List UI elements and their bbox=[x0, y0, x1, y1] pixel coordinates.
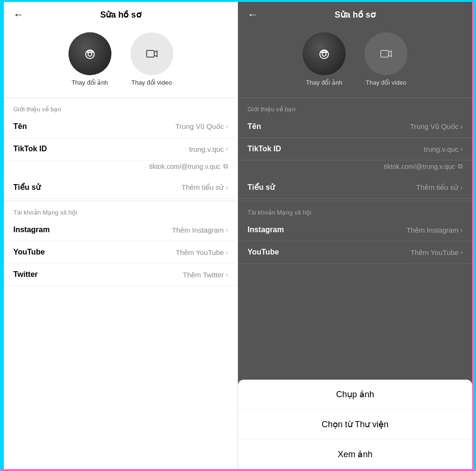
left-tiktok-url: tiktok.com/@trung.v.quc bbox=[149, 163, 220, 170]
left-twitter-label: Twitter bbox=[13, 270, 38, 279]
right-bio-value: Thêm tiểu sử › bbox=[416, 183, 463, 192]
left-bio-chevron: › bbox=[226, 184, 228, 191]
left-tiktokid-row[interactable]: TikTok ID trung.v.quc › bbox=[4, 138, 238, 160]
right-tiktokid-value: trung.v.quc › bbox=[424, 145, 463, 153]
svg-point-4 bbox=[322, 52, 326, 56]
left-change-video-label: Thay đổi video bbox=[131, 79, 172, 86]
left-intro-label: Giới thiệu về bạn bbox=[4, 100, 238, 116]
right-panel: ← Sửa hồ sơ Thay đổi ảnh bbox=[238, 2, 474, 469]
right-avatar-section: Thay đổi ảnh Thay đổi video bbox=[238, 28, 472, 96]
left-instagram-value: Thêm Instagram › bbox=[172, 226, 228, 234]
left-youtube-chevron: › bbox=[226, 248, 228, 256]
left-instagram-label: Instagram bbox=[13, 226, 50, 234]
right-name-value: Trung Vũ Quốc › bbox=[410, 122, 463, 131]
right-video-item[interactable]: Thay đổi video bbox=[365, 32, 407, 86]
right-divider-2 bbox=[238, 201, 472, 201]
right-url-row: tiktok.com/@trung.v.quc ⧉ bbox=[238, 160, 472, 176]
left-social-label: Tài khoản Mạng xã hội bbox=[4, 203, 238, 219]
left-divider-1 bbox=[4, 98, 238, 98]
bottom-sheet-library[interactable]: Chọn từ Thư viện bbox=[238, 410, 472, 440]
right-video-circle[interactable] bbox=[365, 32, 407, 75]
left-youtube-value: Thêm YouTube › bbox=[176, 248, 228, 256]
left-page-title: Sửa hồ sơ bbox=[100, 10, 141, 20]
left-instagram-chevron: › bbox=[226, 226, 228, 234]
right-tiktokid-row[interactable]: TikTok ID trung.v.quc › bbox=[238, 138, 472, 160]
right-avatar-circle[interactable] bbox=[303, 32, 346, 75]
left-photo-item[interactable]: Thay đổi ảnh bbox=[69, 32, 111, 86]
right-change-photo-label: Thay đổi ảnh bbox=[306, 79, 343, 86]
right-youtube-chevron: › bbox=[460, 248, 463, 256]
left-tiktokid-chevron: › bbox=[226, 145, 228, 153]
left-name-value: Trung Vũ Quốc › bbox=[176, 122, 228, 131]
left-twitter-value: Thêm Twitter › bbox=[183, 271, 228, 279]
left-header: ← Sửa hồ sơ bbox=[4, 2, 238, 28]
right-instagram-label: Instagram bbox=[248, 226, 284, 234]
bottom-sheet: Chụp ảnh Chọn từ Thư viện Xem ảnh bbox=[238, 380, 472, 469]
left-panel: ← Sửa hồ sơ Thay đổi ảnh bbox=[2, 2, 238, 469]
right-tiktokid-label: TikTok ID bbox=[248, 145, 281, 153]
left-avatar-section: Thay đổi ảnh Thay đổi video bbox=[4, 28, 238, 96]
bottom-sheet-capture[interactable]: Chụp ảnh bbox=[238, 380, 472, 410]
left-back-button[interactable]: ← bbox=[13, 9, 24, 21]
left-youtube-label: YouTube bbox=[13, 248, 45, 256]
left-youtube-row[interactable]: YouTube Thêm YouTube › bbox=[4, 241, 238, 264]
left-tiktokid-value: trung.v.quc › bbox=[189, 145, 228, 153]
right-header: ← Sửa hồ sơ bbox=[238, 2, 472, 28]
svg-point-1 bbox=[88, 52, 92, 56]
svg-rect-2 bbox=[147, 50, 154, 57]
left-video-circle[interactable] bbox=[130, 32, 173, 75]
right-bio-chevron: › bbox=[460, 184, 463, 191]
right-instagram-row[interactable]: Instagram Thêm Instagram › bbox=[238, 219, 472, 241]
left-bio-row[interactable]: Tiểu sử Thêm tiểu sử › bbox=[4, 176, 238, 199]
left-video-item[interactable]: Thay đổi video bbox=[130, 32, 173, 86]
right-bio-label: Tiểu sử bbox=[248, 183, 275, 192]
right-tiktokid-chevron: › bbox=[460, 145, 463, 153]
right-youtube-row[interactable]: YouTube Thêm YouTube › bbox=[238, 241, 472, 264]
left-instagram-row[interactable]: Instagram Thêm Instagram › bbox=[4, 219, 238, 241]
right-photo-item[interactable]: Thay đổi ảnh bbox=[303, 32, 346, 86]
right-divider-1 bbox=[238, 98, 472, 98]
right-social-label: Tài khoản Mạng xã hội bbox=[238, 203, 472, 219]
bottom-sheet-view[interactable]: Xem ảnh bbox=[238, 440, 472, 469]
svg-rect-5 bbox=[381, 50, 388, 57]
right-instagram-chevron: › bbox=[460, 226, 463, 234]
right-name-chevron: › bbox=[460, 123, 463, 130]
left-avatar-circle[interactable] bbox=[69, 32, 111, 75]
right-camera-overlay bbox=[303, 32, 346, 75]
right-name-row[interactable]: Tên Trung Vũ Quốc › bbox=[238, 116, 472, 138]
left-divider-2 bbox=[4, 201, 238, 201]
right-instagram-value: Thêm Instagram › bbox=[407, 226, 463, 234]
left-name-chevron: › bbox=[226, 123, 228, 130]
right-page-title: Sửa hồ sơ bbox=[335, 10, 376, 20]
right-copy-icon[interactable]: ⧉ bbox=[458, 162, 463, 170]
right-youtube-label: YouTube bbox=[248, 248, 279, 256]
left-change-photo-label: Thay đổi ảnh bbox=[71, 79, 108, 86]
left-bio-value: Thêm tiểu sử › bbox=[181, 183, 228, 192]
left-twitter-row[interactable]: Twitter Thêm Twitter › bbox=[4, 264, 238, 286]
right-change-video-label: Thay đổi video bbox=[366, 79, 406, 86]
right-tiktok-url: tiktok.com/@trung.v.quc bbox=[384, 163, 455, 170]
left-twitter-chevron: › bbox=[226, 271, 228, 278]
right-back-button[interactable]: ← bbox=[248, 9, 258, 21]
right-bio-row[interactable]: Tiểu sử Thêm tiểu sử › bbox=[238, 176, 472, 199]
left-tiktokid-label: TikTok ID bbox=[13, 145, 47, 153]
right-name-field-label: Tên bbox=[248, 122, 261, 131]
right-youtube-value: Thêm YouTube › bbox=[410, 248, 463, 256]
left-name-field-label: Tên bbox=[13, 122, 27, 131]
left-camera-overlay bbox=[69, 32, 111, 75]
left-copy-icon[interactable]: ⧉ bbox=[223, 162, 228, 170]
left-bio-label: Tiểu sử bbox=[13, 183, 40, 192]
left-name-row[interactable]: Tên Trung Vũ Quốc › bbox=[4, 116, 238, 138]
right-intro-label: Giới thiệu về bạn bbox=[238, 100, 472, 116]
left-url-row: tiktok.com/@trung.v.quc ⧉ bbox=[4, 160, 238, 176]
